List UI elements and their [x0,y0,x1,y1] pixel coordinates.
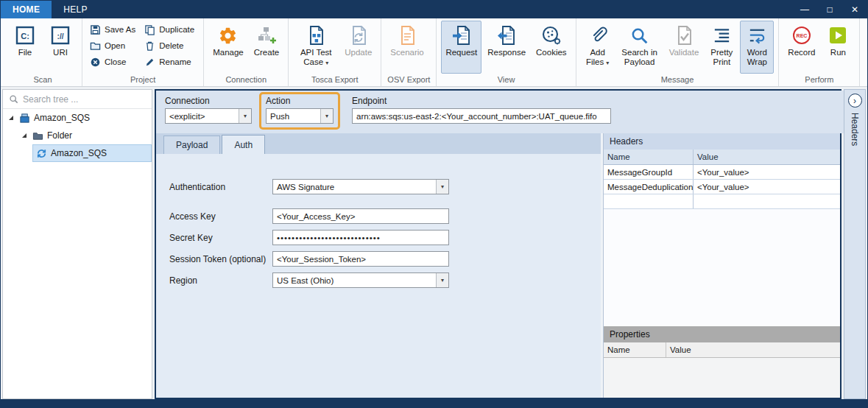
connection-field: Connection <explicit> ▾ [165,96,252,124]
group-label-message: Message [578,74,777,86]
request-button[interactable]: Request [441,21,481,74]
session-token-row: Session Token (optional) [169,251,601,267]
properties-panel-title: Properties [604,326,840,342]
header-row[interactable]: MessageDeduplication <Your_value> [604,180,840,194]
connection-label: Connection [165,96,252,106]
headers-col-name[interactable]: Name [604,150,694,164]
region-label: Region [169,275,272,286]
tab-help[interactable]: HELP [52,1,99,18]
region-row: Region US East (Ohio) ▾ [169,272,601,288]
tab-home[interactable]: HOME [1,1,52,18]
scenario-button[interactable]: Scenario [386,21,428,74]
ribbon-group-tosca-export: API Test Case ▾ Update Tosca Export [289,18,381,86]
group-label-connection: Connection [205,74,286,86]
dropdown-caret-icon: ▾ [606,60,609,66]
access-key-input[interactable] [272,208,449,224]
header-row[interactable]: MessageGroupId <Your_value> [604,165,840,180]
update-icon [348,24,369,46]
rename-button[interactable]: Rename [141,54,199,69]
action-select[interactable]: Push ▾ [266,108,334,124]
ribbon-group-scan: C: File :// URI Scan [4,18,82,86]
group-label-osv-export: OSV Export [383,74,434,86]
header-row-empty[interactable] [604,194,840,209]
session-token-input[interactable] [272,251,449,267]
window-controls: — □ ✕ [792,1,867,18]
expander-icon[interactable] [21,132,28,139]
secret-key-row: Secret Key [169,230,601,245]
word-wrap-icon [747,24,767,46]
authentication-select[interactable]: AWS Signature ▾ [272,179,449,194]
headers-properties-panel: Headers Name Value MessageGroupId <Your_… [603,133,840,398]
titlebar-spacer [99,1,792,18]
maximize-button[interactable]: □ [817,1,842,18]
dropdown-caret-icon: ▾ [325,60,328,66]
session-token-label: Session Token (optional) [169,254,272,264]
cookies-button[interactable]: Cookies [532,21,571,74]
properties-col-value[interactable]: Value [666,342,840,357]
create-connection-icon [256,24,277,46]
close-button[interactable]: ✕ [842,1,867,18]
word-wrap-button[interactable]: Word Wrap [740,21,774,74]
app-window: HOME HELP — □ ✕ C: File :// [0,0,868,408]
search-tree-input[interactable] [23,94,146,105]
folder-icon [32,130,43,141]
ribbon-group-project: Save As Open Close [82,18,204,86]
headers-grid-header: Name Value [604,150,840,165]
connection-bar: Connection <explicit> ▾ Action Push ▾ [156,91,620,133]
secret-key-input[interactable] [272,230,449,245]
endpoint-input[interactable] [352,108,611,124]
chevron-down-icon: ▾ [436,273,448,287]
pencil-icon [144,56,155,68]
region-select[interactable]: US East (Ohio) ▾ [272,272,449,288]
uri-scan-icon: :// [50,24,71,46]
pretty-print-button[interactable]: Pretty Print [705,21,738,74]
properties-grid-filler [604,358,840,398]
close-project-button[interactable]: Close [87,54,140,69]
open-button[interactable]: Open [87,38,140,53]
properties-grid-header: Name Value [604,342,840,358]
record-button[interactable]: REC Record [783,21,819,74]
auth-form: Authentication AWS Signature ▾ Access Ke… [156,154,601,398]
save-as-button[interactable]: Save As [87,22,140,37]
collapse-chevron-icon[interactable]: › [848,94,862,108]
response-button[interactable]: Response [483,21,530,74]
scenario-icon [397,24,417,46]
group-label-scan: Scan [5,74,80,86]
run-play-icon [828,24,848,46]
uri-button[interactable]: :// URI [43,21,77,74]
tab-auth[interactable]: Auth [222,135,265,155]
headers-col-value[interactable]: Value [694,150,840,164]
pretty-print-icon [712,24,732,46]
search-in-payload-button[interactable]: Search in Payload [616,21,663,74]
manage-button[interactable]: Manage [208,21,248,74]
run-button[interactable]: Run [821,21,855,74]
expander-icon[interactable] [7,114,15,122]
headers-panel-title: Headers [604,133,840,150]
ribbon-group-perform: REC Record Run Perform [779,18,860,86]
headers-side-tab[interactable]: › Headers [844,89,866,399]
tree-node-amazon-sqs[interactable]: Amazon_SQS [32,144,152,162]
delete-button[interactable]: Delete [141,38,199,53]
close-circle-icon [89,56,101,68]
update-button[interactable]: Update [340,21,376,74]
create-connection-button[interactable]: Create [250,21,284,74]
request-editor-panel: Connection <explicit> ▾ Action Push ▾ [155,89,841,399]
tree-node-root[interactable]: Amazon_SQS [3,109,152,127]
api-test-case-button[interactable]: API Test Case ▾ [293,21,339,74]
file-button[interactable]: C: File [8,21,42,74]
properties-col-name[interactable]: Name [604,342,666,357]
search-icon [629,24,649,46]
add-files-button[interactable]: Add Files ▾ [581,21,615,74]
minimize-button[interactable]: — [792,1,817,18]
workspace: Amazon_SQS Folder Amazon_SQS [1,87,867,399]
tab-payload[interactable]: Payload [163,136,220,154]
validate-button[interactable]: Validate [665,21,704,74]
duplicate-button[interactable]: Duplicate [141,22,199,37]
tree-panel: Amazon_SQS Folder Amazon_SQS [2,89,152,399]
tree-node-folder[interactable]: Folder [3,127,152,144]
properties-section: Properties Name Value [603,326,840,398]
action-field: Action Push ▾ [266,96,334,124]
validate-check-icon [674,24,694,46]
connection-select[interactable]: <explicit> ▾ [165,108,252,124]
ribbon: C: File :// URI Scan [1,18,867,87]
